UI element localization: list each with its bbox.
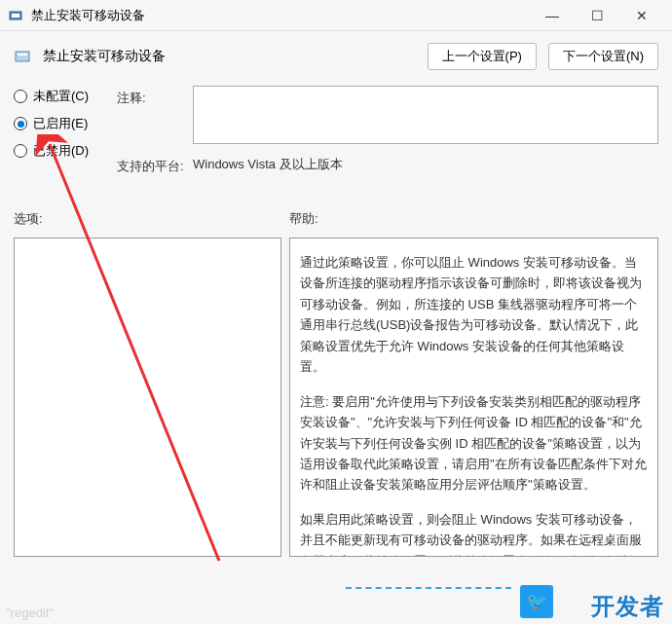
radio-enabled[interactable]: 已启用(E) (14, 115, 101, 132)
app-icon (8, 8, 23, 23)
comment-label: 注释: (117, 86, 193, 107)
options-label: 选项: (14, 210, 289, 228)
help-label: 帮助: (289, 210, 318, 228)
help-text: 通过此策略设置，你可以阻止 Windows 安装可移动设备。当设备所连接的驱动程… (300, 252, 648, 378)
radio-icon (14, 144, 27, 158)
policy-title: 禁止安装可移动设备 (43, 48, 416, 65)
footer-faint-text: "regedit" (6, 606, 54, 620)
header-row: 禁止安装可移动设备 上一个设置(P) 下一个设置(N) (0, 31, 672, 78)
radio-group: 未配置(C) 已启用(E) 已禁用(D) (14, 86, 101, 185)
options-panel (14, 238, 281, 557)
maximize-button[interactable]: ☐ (575, 0, 619, 31)
svg-rect-2 (16, 52, 29, 61)
titlebar: 禁止安装可移动设备 — ☐ ✕ (0, 0, 672, 31)
svg-rect-3 (18, 54, 27, 55)
watermark-logo-icon: 🐦 (520, 585, 553, 618)
minimize-button[interactable]: — (530, 0, 575, 31)
comment-input[interactable] (193, 86, 658, 144)
radio-not-configured[interactable]: 未配置(C) (14, 88, 101, 105)
radio-icon (14, 90, 27, 103)
prev-setting-button[interactable]: 上一个设置(P) (428, 43, 537, 70)
radio-icon (14, 117, 27, 130)
watermark-text: 开发者 (591, 591, 664, 622)
svg-rect-1 (12, 14, 19, 18)
radio-disabled[interactable]: 已禁用(D) (14, 142, 101, 160)
window-title: 禁止安装可移动设备 (31, 7, 530, 24)
platform-value: Windows Vista 及以上版本 (193, 154, 658, 173)
close-button[interactable]: ✕ (619, 0, 664, 31)
policy-icon (14, 48, 31, 65)
next-setting-button[interactable]: 下一个设置(N) (548, 43, 658, 70)
dash-line (346, 587, 511, 589)
help-panel: 通过此策略设置，你可以阻止 Windows 安装可移动设备。当设备所连接的驱动程… (289, 238, 658, 557)
help-text: 注意: 要启用"允许使用与下列设备安装类别相匹配的驱动程序安装设备"、"允许安装… (300, 391, 648, 496)
help-text: 如果启用此策略设置，则会阻止 Windows 安装可移动设备，并且不能更新现有可… (300, 509, 648, 557)
platform-label: 支持的平台: (117, 154, 193, 175)
